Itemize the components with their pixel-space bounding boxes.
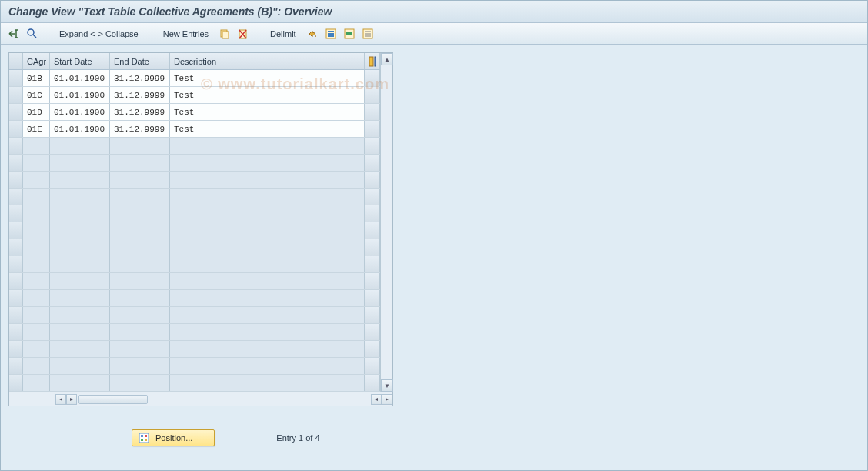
cell-desc[interactable]: Test [170,70,365,86]
table-row[interactable]: 01E01.01.190031.12.9999Test [9,121,380,138]
cell-empty[interactable] [50,273,110,289]
cell-empty[interactable] [23,256,50,272]
scroll-left-start-icon[interactable]: ◂ [55,394,66,405]
row-selector[interactable] [9,121,23,137]
cell-empty[interactable] [23,273,50,289]
cell-empty[interactable] [50,155,110,171]
row-selector[interactable] [9,189,23,205]
cell-empty[interactable] [110,138,170,154]
new-entries-button[interactable]: New Entries [159,28,213,40]
cell-empty[interactable] [110,358,170,374]
scroll-down-icon[interactable]: ▼ [381,379,393,392]
table-config-icon[interactable] [365,53,380,69]
cell-empty[interactable] [50,324,110,340]
cell-empty[interactable] [110,375,170,391]
cell-empty[interactable] [170,290,365,306]
row-selector[interactable] [9,222,23,239]
cell-empty[interactable] [23,189,50,205]
cell-empty[interactable] [23,375,50,391]
cell-desc[interactable]: Test [170,87,365,103]
col-header-start[interactable]: Start Date [50,53,110,69]
cell-empty[interactable] [110,324,170,340]
cell-empty[interactable] [50,358,110,374]
table-row-empty[interactable] [9,239,380,256]
cell-empty[interactable] [170,307,365,323]
row-selector[interactable] [9,87,23,103]
cell-start[interactable]: 01.01.1900 [50,87,110,103]
cell-empty[interactable] [23,138,50,154]
table-row[interactable]: 01C01.01.190031.12.9999Test [9,87,380,104]
cell-end[interactable]: 31.12.9999 [110,70,170,86]
table-row[interactable]: 01B01.01.190031.12.9999Test [9,70,380,87]
deselect-all-icon[interactable] [361,27,375,41]
cell-empty[interactable] [110,189,170,205]
row-selector[interactable] [9,239,23,256]
undo-icon[interactable] [305,27,319,41]
cell-empty[interactable] [110,205,170,222]
row-selector[interactable] [9,307,23,323]
cell-empty[interactable] [110,273,170,289]
expand-collapse-button[interactable]: Expand <-> Collapse [55,28,143,40]
row-selector[interactable] [9,172,23,188]
row-selector[interactable] [9,138,23,154]
copy-as-icon[interactable] [218,27,232,41]
table-row-empty[interactable] [9,358,380,375]
cell-end[interactable]: 31.12.9999 [110,104,170,120]
scroll-right-icon[interactable]: ◂ [371,394,382,405]
cell-empty[interactable] [170,273,365,289]
toggle-display-icon[interactable] [7,27,21,41]
cell-empty[interactable] [50,189,110,205]
horizontal-scrollbar[interactable]: ◂ ▸ ◂ ▸ [9,392,392,406]
cell-empty[interactable] [170,205,365,222]
table-row-empty[interactable] [9,307,380,324]
cell-empty[interactable] [50,375,110,391]
row-selector[interactable] [9,104,23,120]
cell-empty[interactable] [170,155,365,171]
cell-empty[interactable] [23,239,50,256]
cell-empty[interactable] [110,239,170,256]
row-selector[interactable] [9,375,23,391]
cell-empty[interactable] [23,155,50,171]
table-row-empty[interactable] [9,341,380,358]
cell-cagr[interactable]: 01D [23,104,50,120]
cell-empty[interactable] [23,324,50,340]
cell-start[interactable]: 01.01.1900 [50,104,110,120]
cell-empty[interactable] [170,324,365,340]
table-row-empty[interactable] [9,375,380,392]
table-row-empty[interactable] [9,189,380,205]
row-selector[interactable] [9,155,23,171]
row-selector[interactable] [9,290,23,306]
table-row-empty[interactable] [9,273,380,290]
cell-empty[interactable] [23,358,50,374]
cell-empty[interactable] [170,358,365,374]
cell-empty[interactable] [23,222,50,239]
select-all-icon[interactable] [324,27,338,41]
col-header-cagr[interactable]: CAgr [23,53,50,69]
cell-empty[interactable] [50,239,110,256]
row-selector[interactable] [9,70,23,86]
cell-empty[interactable] [50,256,110,272]
cell-empty[interactable] [170,172,365,188]
cell-empty[interactable] [110,307,170,323]
table-row-empty[interactable] [9,205,380,222]
cell-empty[interactable] [23,205,50,222]
table-row-empty[interactable] [9,172,380,189]
cell-end[interactable]: 31.12.9999 [110,121,170,137]
table-row-empty[interactable] [9,290,380,307]
cell-empty[interactable] [110,341,170,357]
table-row[interactable]: 01D01.01.190031.12.9999Test [9,104,380,121]
cell-empty[interactable] [50,307,110,323]
table-row-empty[interactable] [9,256,380,273]
col-header-desc[interactable]: Description [170,53,365,69]
row-selector[interactable] [9,256,23,272]
cell-empty[interactable] [170,341,365,357]
table-row-empty[interactable] [9,324,380,341]
find-icon[interactable] [25,27,39,41]
cell-desc[interactable]: Test [170,121,365,137]
cell-empty[interactable] [50,222,110,239]
cell-empty[interactable] [170,138,365,154]
delimit-button[interactable]: Delimit [265,28,301,40]
cell-empty[interactable] [170,222,365,239]
row-select-header[interactable] [9,53,23,69]
cell-empty[interactable] [110,256,170,272]
